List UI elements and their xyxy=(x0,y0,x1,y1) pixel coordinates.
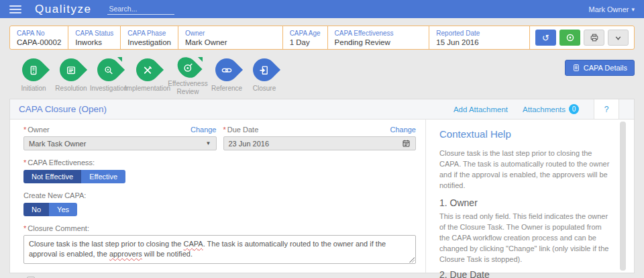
due-date-value: 23 Jun 2016 xyxy=(229,140,270,148)
printer-icon xyxy=(590,33,599,42)
field-value: Inworks xyxy=(75,38,113,46)
implementation-icon xyxy=(142,64,154,76)
attachments-count-badge: 0 xyxy=(569,104,579,114)
workflow-step-label: Reference xyxy=(211,85,242,93)
not-effective-button[interactable]: Not Effective xyxy=(23,170,81,183)
field-label: CAPA Phase xyxy=(127,30,171,37)
comment-text: Closure task is the last step prior to c… xyxy=(29,240,184,248)
capa-details-button[interactable]: CAPA Details xyxy=(565,60,635,76)
search-input[interactable] xyxy=(107,3,174,15)
field-value: CAPA-00002 xyxy=(17,38,61,46)
investigation-icon xyxy=(103,64,115,76)
field-value: Pending Review xyxy=(335,38,423,46)
field-capa-age: CAPA Age 1 Day xyxy=(283,26,328,49)
summary-actions: ↺ xyxy=(530,26,634,49)
tab-contextual-help[interactable]: ? xyxy=(594,99,619,119)
create-new-capa-toggle: No Yes xyxy=(23,203,77,216)
resize-handle[interactable] xyxy=(409,257,415,263)
due-date-change-link[interactable]: Change xyxy=(390,126,416,134)
initiation-icon xyxy=(28,64,40,76)
field-owner: Owner Mark Owner xyxy=(178,26,283,49)
calendar-icon xyxy=(402,139,411,148)
effective-button[interactable]: Effective xyxy=(81,170,125,183)
workflow-step-closure[interactable]: Closure xyxy=(246,57,283,96)
due-date-field-group: *Due Date Change 23 Jun 2016 xyxy=(223,126,417,150)
field-label: CAPA Status xyxy=(75,30,113,37)
no-button[interactable]: No xyxy=(23,203,49,216)
workflow-step-label: Effectiveness Review xyxy=(164,80,212,96)
help-scrollbar[interactable] xyxy=(620,122,626,271)
workflow-step-implementation[interactable]: Implementation xyxy=(127,57,168,96)
create-new-capa-label: Create New CAPA: xyxy=(23,191,416,199)
required-asterisk: * xyxy=(223,126,226,134)
app-logo: Qualityze xyxy=(35,3,91,16)
add-attachment-label: Add Attachment xyxy=(453,105,508,113)
add-attachment-link[interactable]: Add Attachment xyxy=(453,105,508,113)
section-header: CAPA Closure (Open) Add Attachment Attac… xyxy=(10,99,634,120)
comment-spellcheck-word: CAPA xyxy=(184,240,203,248)
effectiveness-label: *CAPA Effectiveness: xyxy=(23,158,416,167)
workflow-step-effectiveness-review[interactable]: Effectiveness Review xyxy=(168,57,208,96)
field-capa-phase: CAPA Phase Investigation xyxy=(121,26,178,49)
closure-comment-textarea[interactable]: Closure task is the last step prior to c… xyxy=(23,235,416,264)
field-capa-status: CAPA Status Inworks xyxy=(68,26,121,49)
help-tab-label: ? xyxy=(604,105,609,114)
chevron-down-icon xyxy=(614,34,623,42)
workflow-step-label: Initiation xyxy=(21,85,46,93)
print-button[interactable] xyxy=(584,30,604,46)
page-title: CAPA Closure (Open) xyxy=(19,104,107,114)
record-status-button[interactable] xyxy=(559,30,580,46)
comment-spellcheck-word: approvers xyxy=(109,250,142,258)
field-reported-date: Reported Date 15 Jun 2016 xyxy=(429,26,530,49)
field-value: Investigation xyxy=(127,38,171,46)
field-label: CAPA Age xyxy=(290,30,321,37)
menu-icon[interactable] xyxy=(9,5,24,13)
owner-value: Mark Task Owner xyxy=(29,140,86,148)
capa-details-label: CAPA Details xyxy=(584,64,627,72)
help-title: Contextual Help xyxy=(439,128,611,140)
field-capa-effectiveness: CAPA Effectiveness Pending Review xyxy=(328,26,430,49)
field-value: 15 Jun 2016 xyxy=(436,38,523,46)
effectiveness-review-icon xyxy=(182,62,194,73)
help-intro: Closure task is the last step prior to c… xyxy=(439,148,611,191)
field-value: 1 Day xyxy=(290,38,321,46)
yes-button[interactable]: Yes xyxy=(49,203,77,216)
owner-field-group: *Owner Change Mark Task Owner ▼ xyxy=(23,126,217,150)
document-icon xyxy=(572,64,580,72)
workflow-step-reference[interactable]: Reference xyxy=(208,57,246,96)
workflow-step-resolution[interactable]: Resolution xyxy=(52,57,90,96)
flag-notch-icon xyxy=(117,57,122,62)
workflow-step-initiation[interactable]: Initiation xyxy=(15,57,52,96)
due-date-input[interactable]: 23 Jun 2016 xyxy=(223,136,417,150)
field-capa-no: CAPA No CAPA-00002 xyxy=(10,26,68,49)
help-heading-owner: 1. Owner xyxy=(439,197,611,208)
attachments-link[interactable]: Attachments 0 xyxy=(523,104,579,114)
effectiveness-toggle: Not Effective Effective xyxy=(23,170,125,183)
more-actions-button[interactable] xyxy=(608,30,629,46)
closure-comment-label: *Closure Comment: xyxy=(23,224,416,232)
field-label: Owner xyxy=(185,30,276,37)
field-label: Reported Date xyxy=(436,30,523,37)
help-heading-due-date: 2. Due Date xyxy=(439,269,611,278)
history-button[interactable]: ↺ xyxy=(535,30,556,46)
comment-text: will be notified. xyxy=(142,250,193,258)
required-asterisk: * xyxy=(23,158,26,167)
field-value: Mark Owner xyxy=(185,38,276,46)
required-asterisk: * xyxy=(23,224,26,232)
workflow-step-label: Resolution xyxy=(55,85,87,93)
chevron-down-icon: ▼ xyxy=(206,140,211,146)
owner-select[interactable]: Mark Task Owner ▼ xyxy=(23,136,217,150)
record-icon xyxy=(566,33,575,42)
help-body-owner: This is read only field. This field indi… xyxy=(439,212,611,265)
owner-label: *Owner xyxy=(23,126,50,134)
attachments-label: Attachments xyxy=(523,105,566,113)
workflow-step-label: Investigation xyxy=(90,85,127,93)
user-menu[interactable]: Mark Owner ▾ xyxy=(589,5,635,13)
closure-icon xyxy=(259,64,270,76)
workflow-step-label: Closure xyxy=(253,85,276,93)
workflow-step-investigation[interactable]: Investigation xyxy=(90,57,127,96)
owner-change-link[interactable]: Change xyxy=(191,126,217,134)
due-date-label: *Due Date xyxy=(223,126,259,134)
flag-notch-icon xyxy=(198,57,203,62)
capa-closure-panel: CAPA Closure (Open) Add Attachment Attac… xyxy=(9,99,635,273)
